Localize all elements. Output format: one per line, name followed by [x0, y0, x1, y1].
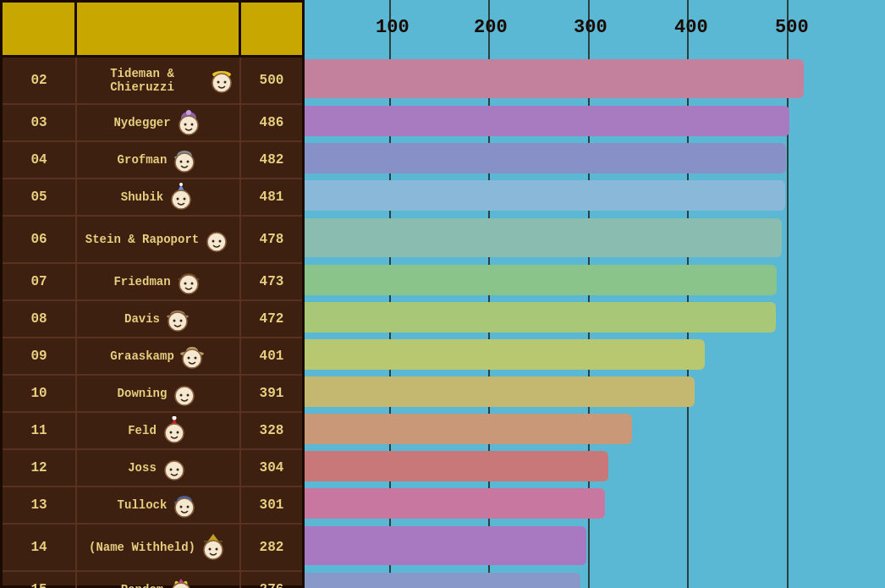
axis-label-100: 100 [376, 17, 410, 38]
player-name: Shubik [121, 190, 163, 204]
score-cell: 304 [241, 450, 302, 486]
svg-point-28 [190, 283, 193, 285]
score-bar [305, 218, 782, 257]
table-row: 07Friedman 473 [3, 264, 302, 301]
rank-cell: 05 [3, 179, 77, 215]
bar-row [305, 336, 885, 373]
svg-point-9 [184, 124, 186, 126]
player-name: Nydegger [113, 116, 170, 129]
table-row: 10Downing 391 [3, 376, 302, 413]
rank-cell: 07 [3, 264, 77, 299]
bar-row [305, 299, 885, 336]
svg-point-57 [180, 506, 183, 508]
svg-point-10 [190, 124, 193, 126]
svg-point-23 [219, 240, 222, 243]
avatar [170, 491, 199, 519]
player-cell: Stein & Rapoport [77, 217, 241, 262]
svg-point-67 [172, 583, 190, 588]
avatar [170, 146, 199, 174]
player-cell: Feld [77, 413, 241, 448]
player-name: Davis [124, 312, 160, 326]
player-cell: Nydegger [77, 105, 241, 140]
score-header [241, 3, 302, 55]
score-cell: 472 [241, 301, 302, 337]
avatar [167, 183, 195, 212]
score-cell: 301 [241, 487, 302, 523]
svg-point-41 [187, 394, 190, 397]
table-row: 13Tullock 301 [3, 487, 302, 525]
bar-row [305, 261, 885, 299]
player-name: Random [121, 583, 163, 588]
axis-label-400: 400 [674, 17, 708, 38]
rank-cell: 10 [3, 376, 77, 411]
table-row: 09Graaskamp 401 [3, 338, 302, 376]
avatar [174, 267, 203, 296]
svg-point-63 [209, 548, 212, 551]
avatar [167, 575, 195, 588]
bar-row [305, 214, 885, 261]
table-row: 08Davis 472 [3, 301, 302, 338]
table-row: 05Shubik 481 [3, 179, 302, 217]
avatar [163, 305, 192, 333]
score-cell: 486 [241, 105, 302, 140]
score-bar [305, 451, 608, 481]
svg-point-37 [187, 357, 190, 360]
table-row: 14(Name Withheld) 282 [3, 525, 302, 572]
player-name: Grofman [118, 153, 168, 167]
bar-row [305, 55, 885, 102]
player-cell: Shubik [77, 179, 241, 215]
score-cell: 500 [241, 58, 302, 103]
player-name: Joss [128, 461, 157, 475]
svg-point-51 [165, 461, 184, 480]
svg-point-13 [175, 153, 194, 172]
svg-point-40 [180, 394, 183, 397]
bars-container [305, 55, 885, 588]
table-row: 03Nydegger 486 [3, 105, 302, 142]
table-row: 12Joss 304 [3, 450, 302, 487]
player-cell: (Name Withheld) [77, 525, 241, 570]
player-name: Stein & Rapoport [85, 233, 199, 246]
svg-point-22 [212, 240, 215, 243]
score-bar [305, 488, 605, 519]
score-bar [305, 180, 785, 211]
player-name: Tideman & Chieruzzi [80, 67, 204, 94]
table-row: 02Tideman & Chieruzzi 500 [3, 58, 302, 105]
bar-row [305, 102, 885, 140]
table-header [3, 3, 302, 58]
player-header [77, 3, 241, 55]
score-bar [305, 376, 695, 407]
player-cell: Tideman & Chieruzzi [77, 58, 241, 103]
svg-point-31 [168, 312, 187, 331]
player-cell: Davis [77, 301, 241, 337]
svg-point-8 [179, 116, 198, 135]
player-name: Graaskamp [110, 349, 174, 363]
rank-cell: 09 [3, 338, 77, 374]
svg-point-46 [169, 431, 172, 434]
player-cell: Friedman [77, 264, 241, 299]
score-bar [305, 265, 777, 295]
rank-cell: 15 [3, 572, 77, 588]
bar-row [305, 448, 885, 485]
svg-point-27 [184, 283, 186, 285]
axis-label-200: 200 [474, 17, 508, 38]
table-row: 06Stein & Rapoport 478 [3, 217, 302, 264]
svg-point-56 [175, 498, 194, 517]
avatar [199, 533, 228, 562]
player-cell: Downing [77, 376, 241, 411]
rank-cell: 11 [3, 413, 77, 448]
chart-area: 100 200 300 400 500 [305, 0, 885, 588]
avatar [178, 342, 206, 371]
svg-point-36 [183, 349, 201, 368]
score-bar [305, 106, 789, 136]
score-cell: 482 [241, 142, 302, 178]
avatar [207, 66, 236, 95]
score-cell: 391 [241, 376, 302, 411]
player-cell: Tullock [77, 487, 241, 523]
player-name: Friedman [113, 275, 170, 289]
bar-row [305, 410, 885, 448]
score-bar [305, 59, 804, 98]
rank-cell: 02 [3, 58, 77, 103]
axis-label-300: 300 [574, 17, 607, 38]
svg-point-33 [180, 320, 183, 322]
rank-cell: 13 [3, 487, 77, 523]
